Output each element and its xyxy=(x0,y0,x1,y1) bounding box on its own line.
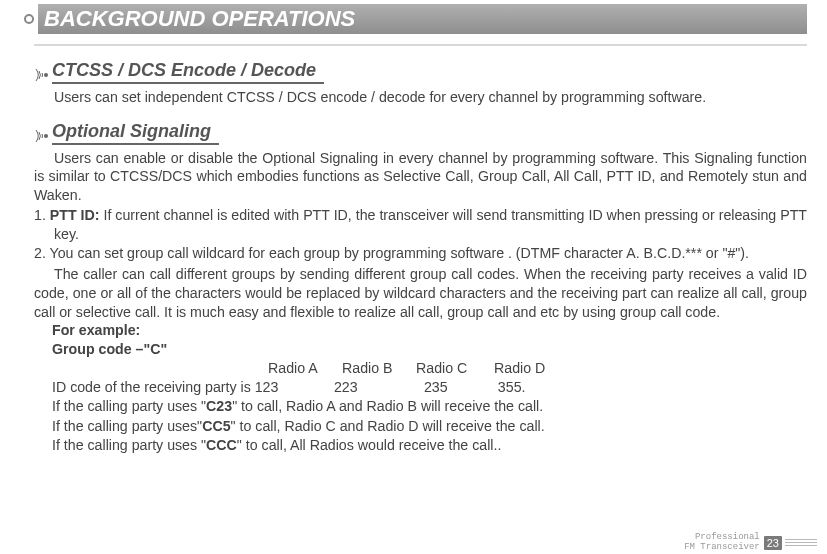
section-header-ctcss: CTCSS / DCS Encode / Decode xyxy=(34,60,807,84)
page-number: 23 xyxy=(764,536,782,550)
li1-num: 1. xyxy=(34,207,50,223)
id-lead: ID code of the receiving party is 123 xyxy=(52,378,330,397)
call1-b: " to call, Radio A and Radio B will rece… xyxy=(232,398,543,414)
wave-icon xyxy=(34,66,50,84)
svg-point-0 xyxy=(44,73,48,77)
radio-col-d: Radio D xyxy=(494,359,545,378)
call-line-1: If the calling party uses "C23" to call,… xyxy=(52,397,807,416)
call3-a: If the calling party uses " xyxy=(52,437,206,453)
example-label: For example: xyxy=(52,321,807,340)
id-b: 223 xyxy=(334,378,420,397)
header-title-bar: BACKGROUND OPERATIONS xyxy=(38,4,807,34)
radio-col-b: Radio B xyxy=(342,359,416,378)
li1-bold: PTT ID: xyxy=(50,207,100,223)
call-line-3: If the calling party uses "CCC" to call,… xyxy=(52,436,807,455)
section-header-optsig: Optional Signaling xyxy=(34,121,807,145)
call3-b: " to call, All Radios would receive the … xyxy=(237,437,501,453)
optsig-p1-text: Users can enable or disable the Optional… xyxy=(34,150,807,203)
section-ctcss: CTCSS / DCS Encode / Decode Users can se… xyxy=(34,60,807,107)
bullet-icon xyxy=(24,14,34,24)
call1-a: If the calling party uses " xyxy=(52,398,206,414)
list-item-2: 2. You can set group call wildcard for e… xyxy=(34,244,807,263)
example-block: For example: Group code –"C" Radio A Rad… xyxy=(52,321,807,454)
call3-code: CCC xyxy=(206,437,237,453)
footer: Professional FM Transceiver 23 xyxy=(684,533,817,552)
call2-b: " to call, Radio C and Radio D will rece… xyxy=(231,418,545,434)
ctcss-paragraph: Users can set independent CTCSS / DCS en… xyxy=(34,88,807,107)
call2-a: If the calling party uses" xyxy=(52,418,202,434)
id-code-row: ID code of the receiving party is 123 22… xyxy=(52,378,807,397)
li1-rest: If current channel is edited with PTT ID… xyxy=(54,207,807,242)
wave-icon xyxy=(34,127,50,145)
header-bar: BACKGROUND OPERATIONS xyxy=(24,4,807,34)
optsig-paragraph-1: Users can enable or disable the Optional… xyxy=(34,149,807,205)
footer-lines-icon xyxy=(785,538,817,547)
radio-col-c: Radio C xyxy=(416,359,494,378)
id-c: 235 xyxy=(424,378,494,397)
list-item-1: 1. PTT ID: If current channel is edited … xyxy=(34,206,807,243)
section-title-ctcss: CTCSS / DCS Encode / Decode xyxy=(52,60,324,84)
footer-line2: FM Transceiver xyxy=(684,543,760,552)
footer-text: Professional FM Transceiver xyxy=(684,533,760,552)
radio-col-a: Radio A xyxy=(268,359,342,378)
optsig-paragraph-2: The caller can call different groups by … xyxy=(34,265,807,321)
id-d: 355. xyxy=(498,378,526,397)
svg-point-1 xyxy=(44,134,48,138)
optsig-p2-text: The caller can call different groups by … xyxy=(34,266,807,319)
call2-code: CC5 xyxy=(202,418,230,434)
divider-line xyxy=(34,44,807,46)
radio-header-row: Radio A Radio B Radio C Radio D xyxy=(52,359,807,378)
section-title-optsig: Optional Signaling xyxy=(52,121,219,145)
header-title-text: BACKGROUND OPERATIONS xyxy=(44,6,355,31)
call-line-2: If the calling party uses"CC5" to call, … xyxy=(52,417,807,436)
call1-code: C23 xyxy=(206,398,232,414)
section-optional-signaling: Optional Signaling Users can enable or d… xyxy=(34,121,807,455)
group-code-label: Group code –"C" xyxy=(52,340,807,359)
